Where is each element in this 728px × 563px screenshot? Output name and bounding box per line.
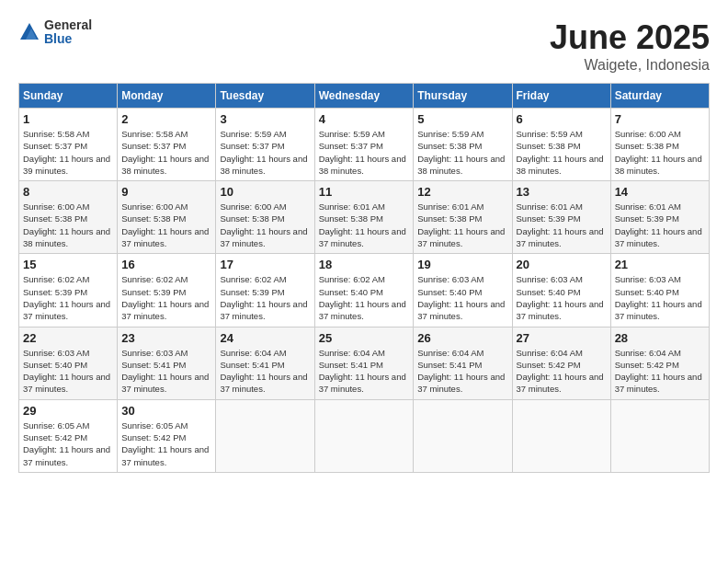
calendar-day-cell: 2Sunrise: 5:58 AMSunset: 5:37 PMDaylight… xyxy=(118,109,216,181)
weekday-header-cell: Friday xyxy=(512,84,610,109)
calendar-day-cell: 5Sunrise: 5:59 AMSunset: 5:38 PMDaylight… xyxy=(414,109,512,181)
day-number: 17 xyxy=(220,258,310,271)
calendar-week-row: 1Sunrise: 5:58 AMSunset: 5:37 PMDaylight… xyxy=(19,109,710,181)
day-info: Sunrise: 6:04 AMSunset: 5:42 PMDaylight:… xyxy=(517,347,607,396)
day-number: 11 xyxy=(319,185,410,199)
calendar-week-row: 22Sunrise: 6:03 AMSunset: 5:40 PMDayligh… xyxy=(19,327,710,399)
calendar-day-cell: 26Sunrise: 6:04 AMSunset: 5:41 PMDayligh… xyxy=(414,327,512,399)
day-number: 29 xyxy=(23,404,113,418)
calendar-week-row: 29Sunrise: 6:05 AMSunset: 5:42 PMDayligh… xyxy=(19,399,710,472)
logo-general: General xyxy=(44,18,92,32)
day-number: 10 xyxy=(220,185,310,199)
day-number: 18 xyxy=(319,258,410,271)
day-number: 9 xyxy=(121,185,211,199)
calendar-day-cell: 8Sunrise: 6:00 AMSunset: 5:38 PMDaylight… xyxy=(19,181,118,254)
day-number: 23 xyxy=(121,331,211,345)
day-info: Sunrise: 5:58 AMSunset: 5:37 PMDaylight:… xyxy=(23,128,113,177)
day-info: Sunrise: 6:02 AMSunset: 5:39 PMDaylight:… xyxy=(220,273,310,322)
calendar-week-row: 15Sunrise: 6:02 AMSunset: 5:39 PMDayligh… xyxy=(19,254,710,327)
day-info: Sunrise: 6:04 AMSunset: 5:41 PMDaylight:… xyxy=(319,347,410,396)
day-info: Sunrise: 6:01 AMSunset: 5:39 PMDaylight:… xyxy=(517,201,607,249)
day-number: 1 xyxy=(23,112,113,126)
day-number: 3 xyxy=(220,112,310,126)
calendar-day-cell: 27Sunrise: 6:04 AMSunset: 5:42 PMDayligh… xyxy=(512,327,610,399)
weekday-header-cell: Saturday xyxy=(610,84,709,109)
day-info: Sunrise: 6:01 AMSunset: 5:38 PMDaylight:… xyxy=(319,201,410,249)
calendar-body: 1Sunrise: 5:58 AMSunset: 5:37 PMDaylight… xyxy=(19,109,710,473)
weekday-header-cell: Tuesday xyxy=(216,84,314,109)
day-number: 5 xyxy=(417,112,507,126)
day-info: Sunrise: 6:00 AMSunset: 5:38 PMDaylight:… xyxy=(615,128,705,177)
day-info: Sunrise: 5:59 AMSunset: 5:37 PMDaylight:… xyxy=(220,128,310,177)
calendar-day-cell xyxy=(610,399,709,472)
day-number: 4 xyxy=(319,112,410,126)
logo-blue: Blue xyxy=(44,32,92,46)
logo-text: General Blue xyxy=(44,18,92,47)
calendar-day-cell: 22Sunrise: 6:03 AMSunset: 5:40 PMDayligh… xyxy=(19,327,118,399)
day-info: Sunrise: 6:00 AMSunset: 5:38 PMDaylight:… xyxy=(121,201,211,249)
day-number: 26 xyxy=(417,331,507,345)
calendar-day-cell: 10Sunrise: 6:00 AMSunset: 5:38 PMDayligh… xyxy=(216,181,314,254)
day-number: 8 xyxy=(23,185,113,199)
day-info: Sunrise: 6:01 AMSunset: 5:38 PMDaylight:… xyxy=(417,201,507,249)
calendar-day-cell: 15Sunrise: 6:02 AMSunset: 5:39 PMDayligh… xyxy=(19,254,118,327)
calendar-day-cell: 13Sunrise: 6:01 AMSunset: 5:39 PMDayligh… xyxy=(512,181,610,254)
calendar-day-cell: 4Sunrise: 5:59 AMSunset: 5:37 PMDaylight… xyxy=(314,109,414,181)
day-number: 28 xyxy=(615,331,705,345)
calendar-day-cell xyxy=(414,399,512,472)
weekday-header-cell: Sunday xyxy=(19,84,118,109)
day-info: Sunrise: 6:04 AMSunset: 5:41 PMDaylight:… xyxy=(220,347,310,396)
day-number: 16 xyxy=(121,258,211,271)
calendar-day-cell: 11Sunrise: 6:01 AMSunset: 5:38 PMDayligh… xyxy=(314,181,414,254)
logo-icon xyxy=(18,21,40,43)
page-header: General Blue June 2025 Waigete, Indonesi… xyxy=(18,18,710,74)
calendar-day-cell xyxy=(216,399,314,472)
day-number: 22 xyxy=(23,331,113,345)
calendar-day-cell: 23Sunrise: 6:03 AMSunset: 5:41 PMDayligh… xyxy=(118,327,216,399)
calendar-day-cell: 12Sunrise: 6:01 AMSunset: 5:38 PMDayligh… xyxy=(414,181,512,254)
calendar-day-cell: 1Sunrise: 5:58 AMSunset: 5:37 PMDaylight… xyxy=(19,109,118,181)
calendar-day-cell: 24Sunrise: 6:04 AMSunset: 5:41 PMDayligh… xyxy=(216,327,314,399)
calendar-week-row: 8Sunrise: 6:00 AMSunset: 5:38 PMDaylight… xyxy=(19,181,710,254)
day-info: Sunrise: 6:01 AMSunset: 5:39 PMDaylight:… xyxy=(615,201,705,249)
day-info: Sunrise: 6:02 AMSunset: 5:40 PMDaylight:… xyxy=(319,273,410,322)
calendar-day-cell: 18Sunrise: 6:02 AMSunset: 5:40 PMDayligh… xyxy=(314,254,414,327)
weekday-header-cell: Wednesday xyxy=(314,84,414,109)
day-info: Sunrise: 6:03 AMSunset: 5:40 PMDaylight:… xyxy=(23,347,113,396)
day-info: Sunrise: 5:58 AMSunset: 5:37 PMDaylight:… xyxy=(121,128,211,177)
calendar-day-cell: 19Sunrise: 6:03 AMSunset: 5:40 PMDayligh… xyxy=(414,254,512,327)
calendar-day-cell: 29Sunrise: 6:05 AMSunset: 5:42 PMDayligh… xyxy=(19,399,118,472)
day-number: 7 xyxy=(615,112,705,126)
day-info: Sunrise: 6:03 AMSunset: 5:40 PMDaylight:… xyxy=(615,273,705,322)
logo: General Blue xyxy=(18,18,92,47)
weekday-header-row: SundayMondayTuesdayWednesdayThursdayFrid… xyxy=(19,84,710,109)
day-number: 25 xyxy=(319,331,410,345)
day-info: Sunrise: 6:04 AMSunset: 5:42 PMDaylight:… xyxy=(615,347,705,396)
day-info: Sunrise: 5:59 AMSunset: 5:37 PMDaylight:… xyxy=(319,128,410,177)
calendar-day-cell: 30Sunrise: 6:05 AMSunset: 5:42 PMDayligh… xyxy=(118,399,216,472)
day-number: 12 xyxy=(417,185,507,199)
day-number: 20 xyxy=(517,258,607,271)
day-info: Sunrise: 6:05 AMSunset: 5:42 PMDaylight:… xyxy=(23,419,113,468)
day-number: 24 xyxy=(220,331,310,345)
calendar-table: SundayMondayTuesdayWednesdayThursdayFrid… xyxy=(18,83,710,473)
day-info: Sunrise: 6:03 AMSunset: 5:40 PMDaylight:… xyxy=(417,273,507,322)
title-area: June 2025 Waigete, Indonesia xyxy=(550,18,710,74)
day-number: 21 xyxy=(615,258,705,271)
day-number: 6 xyxy=(517,112,607,126)
day-info: Sunrise: 6:05 AMSunset: 5:42 PMDaylight:… xyxy=(121,419,211,468)
calendar-day-cell: 17Sunrise: 6:02 AMSunset: 5:39 PMDayligh… xyxy=(216,254,314,327)
calendar-day-cell: 7Sunrise: 6:00 AMSunset: 5:38 PMDaylight… xyxy=(610,109,709,181)
day-number: 30 xyxy=(121,404,211,418)
calendar-day-cell: 21Sunrise: 6:03 AMSunset: 5:40 PMDayligh… xyxy=(610,254,709,327)
day-info: Sunrise: 5:59 AMSunset: 5:38 PMDaylight:… xyxy=(517,128,607,177)
day-info: Sunrise: 5:59 AMSunset: 5:38 PMDaylight:… xyxy=(417,128,507,177)
month-title: June 2025 xyxy=(550,18,710,57)
calendar-day-cell: 20Sunrise: 6:03 AMSunset: 5:40 PMDayligh… xyxy=(512,254,610,327)
day-number: 27 xyxy=(517,331,607,345)
day-info: Sunrise: 6:00 AMSunset: 5:38 PMDaylight:… xyxy=(220,201,310,249)
day-number: 13 xyxy=(517,185,607,199)
day-number: 2 xyxy=(121,112,211,126)
calendar-day-cell: 16Sunrise: 6:02 AMSunset: 5:39 PMDayligh… xyxy=(118,254,216,327)
day-info: Sunrise: 6:02 AMSunset: 5:39 PMDaylight:… xyxy=(121,273,211,322)
